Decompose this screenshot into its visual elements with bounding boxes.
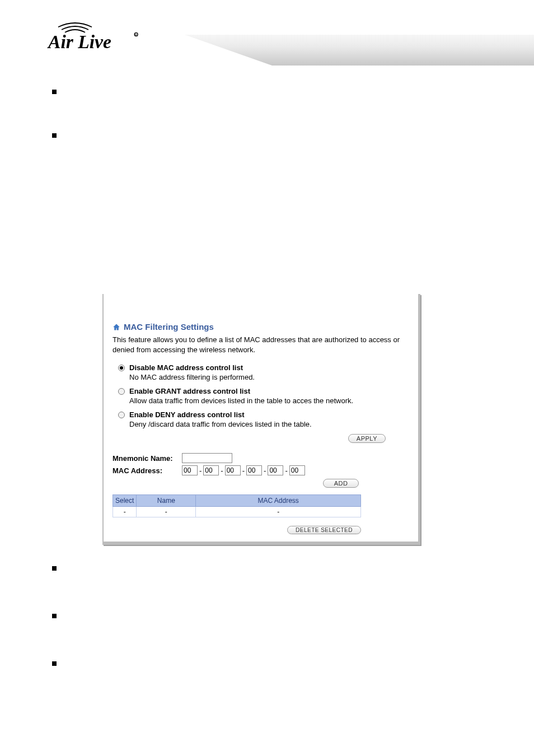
radio-disable-sub: No MAC address filtering is performed. [129,373,409,381]
mac-octet-5[interactable] [289,465,305,475]
cell-name: - [137,507,196,517]
radio-grant-label: Enable GRANT address control list [129,387,250,395]
svg-text:Air Live: Air Live [47,31,111,52]
mnemonic-label: Mnemonic Name: [113,454,182,463]
mac-address-label: MAC Address: [113,466,182,475]
table-row: - - - [113,507,361,517]
bullet-icon [52,90,57,94]
mnemonic-input[interactable] [182,453,232,463]
radio-grant-sub: Allow data traffic from devices listed i… [129,396,409,405]
panel-description: This feature allows you to define a list… [113,335,409,354]
radio-disable[interactable] [118,365,125,371]
mac-table: Select Name MAC Address - - - [113,494,361,517]
cell-mac: - [196,507,361,517]
bullet-icon [52,661,57,666]
cell-select: - [113,507,137,517]
radio-deny[interactable] [118,412,125,418]
mac-octet-2[interactable] [225,465,241,475]
mac-octet-3[interactable] [246,465,262,475]
add-button[interactable]: ADD [323,479,359,488]
radio-deny-label: Enable DENY address control list [129,410,245,419]
th-name: Name [137,495,196,507]
bullet-icon [52,614,57,618]
mac-octet-0[interactable] [182,465,198,475]
apply-button[interactable]: APPLY [348,434,386,443]
home-icon [113,323,120,331]
radio-deny-sub: Deny /discard data traffic from devices … [129,420,409,428]
bullet-icon [52,566,57,571]
radio-disable-label: Disable MAC address control list [129,363,243,372]
radio-grant[interactable] [118,388,125,395]
header-gradient [185,35,534,66]
upper-bullets [52,87,494,174]
mac-filter-panel: MAC Filtering Settings This feature allo… [102,294,420,545]
mac-octet-4[interactable] [268,465,283,475]
mac-octet-1[interactable] [203,465,219,475]
bullet-icon [52,133,57,138]
svg-text:R: R [135,33,138,36]
th-select: Select [113,495,137,507]
delete-selected-button[interactable]: DELETE SELECTED [287,526,361,534]
airlive-logo: Air Live R [42,20,148,55]
lower-bullets [52,563,494,706]
panel-title: MAC Filtering Settings [124,322,214,332]
th-mac: MAC Address [196,495,361,507]
